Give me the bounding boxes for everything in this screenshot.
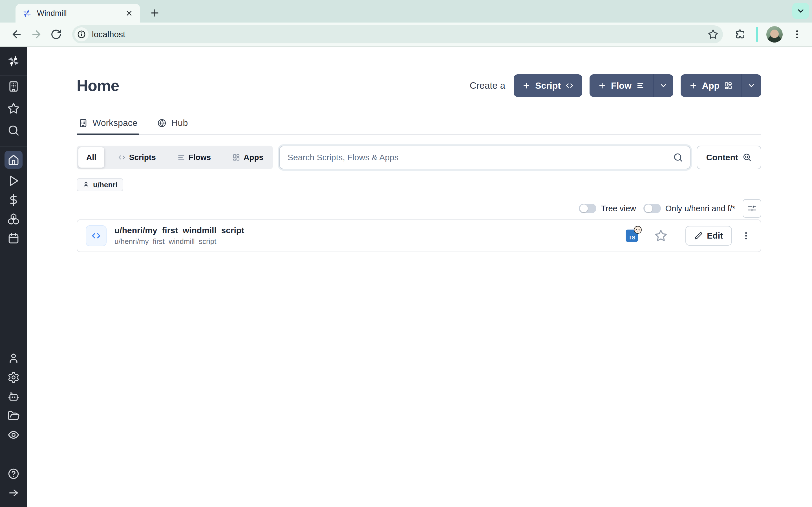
page-header: Home Create a Script Flow	[77, 74, 761, 97]
content-search-button[interactable]: Content	[697, 146, 761, 169]
building-icon	[79, 118, 88, 128]
create-script-button[interactable]: Script	[514, 74, 582, 97]
extensions-puzzle-icon[interactable]	[732, 26, 748, 42]
profile-avatar[interactable]	[766, 26, 783, 43]
sliders-icon	[747, 204, 757, 213]
address-bar[interactable]: localhost	[72, 25, 723, 43]
content-label: Content	[706, 153, 738, 162]
sidebar-item-favorites[interactable]	[0, 98, 27, 119]
sidebar-item-expand[interactable]	[0, 483, 27, 503]
create-flow-button[interactable]: Flow	[590, 74, 653, 97]
favorite-star-icon[interactable]	[654, 229, 667, 242]
bookmark-star-icon[interactable]	[706, 27, 720, 41]
script-code-icon	[86, 225, 107, 246]
tab-strip: Windmill	[0, 0, 812, 22]
filter-apps-label: Apps	[244, 153, 263, 162]
create-app-more-button[interactable]	[741, 74, 761, 97]
back-icon[interactable]	[8, 25, 26, 43]
sidebar-group-footer	[0, 464, 27, 503]
layout-dashboard-icon	[724, 81, 732, 90]
chevron-down-icon	[747, 81, 756, 90]
create-app-label: App	[702, 80, 719, 91]
create-app-split-button: App	[680, 74, 761, 97]
new-tab-icon[interactable]	[148, 6, 161, 20]
user-icon	[82, 181, 90, 188]
sidebar-item-workers[interactable]	[0, 387, 27, 406]
item-actions: TS Edit	[626, 226, 752, 245]
browser-chrome: Windmill localhost	[0, 0, 812, 47]
sidebar-item-audit-logs[interactable]	[0, 425, 27, 445]
item-menu-icon[interactable]	[740, 230, 752, 242]
app-sidebar	[0, 47, 27, 507]
list-item[interactable]: u/henri/my_first_windmill_script u/henri…	[77, 220, 761, 251]
display-settings-button[interactable]	[743, 199, 761, 218]
item-text: u/henri/my_first_windmill_script u/henri…	[114, 226, 626, 246]
windmill-favicon-icon	[22, 8, 32, 18]
sidebar-item-schedules[interactable]	[0, 229, 27, 248]
filter-scripts-label: Scripts	[129, 153, 156, 162]
sidebar-item-home[interactable]	[0, 148, 27, 171]
plus-icon	[598, 81, 606, 90]
filter-all[interactable]: All	[79, 147, 104, 168]
search-code-icon	[743, 153, 752, 162]
create-actions: Create a Script Flow	[470, 74, 761, 97]
close-tab-icon[interactable]	[124, 8, 134, 18]
filter-flows[interactable]: Flows	[169, 147, 219, 168]
plus-icon	[522, 81, 530, 90]
page-title: Home	[77, 76, 119, 95]
item-path: u/henri/my_first_windmill_script	[114, 237, 626, 246]
only-owner-toggle-group: Only u/henri and f/*	[644, 204, 735, 213]
sidebar-item-workspace-switcher[interactable]	[0, 75, 27, 98]
home-icon	[4, 151, 22, 169]
tree-view-label: Tree view	[601, 204, 636, 213]
toolbar-divider	[756, 27, 758, 42]
forward-icon[interactable]	[28, 25, 45, 43]
windmill-logo-icon[interactable]	[6, 54, 20, 68]
filter-apps[interactable]: Apps	[224, 147, 271, 168]
create-flow-more-button[interactable]	[653, 74, 673, 97]
create-flow-split-button: Flow	[590, 74, 673, 97]
typescript-badge-label: TS	[628, 235, 635, 241]
site-info-icon[interactable]	[74, 27, 89, 41]
browser-tab[interactable]: Windmill	[15, 4, 140, 22]
tab-hub[interactable]: Hub	[155, 118, 190, 134]
sidebar-group-admin	[0, 349, 27, 445]
type-filter: All Scripts Flows Apps	[77, 146, 273, 169]
browser-menu-icon[interactable]	[790, 27, 804, 41]
edit-button[interactable]: Edit	[686, 226, 732, 245]
filter-scripts[interactable]: Scripts	[110, 147, 164, 168]
only-owner-label: Only u/henri and f/*	[665, 204, 735, 213]
sidebar-item-runs[interactable]	[0, 171, 27, 190]
sidebar-item-search[interactable]	[0, 119, 27, 142]
owner-badge[interactable]: u/henri	[77, 178, 123, 191]
owner-badge-label: u/henri	[93, 180, 117, 189]
browser-toolbar: localhost	[0, 22, 812, 47]
sidebar-group-main	[0, 148, 27, 248]
main-content: Home Create a Script Flow	[27, 47, 812, 507]
reload-icon[interactable]	[47, 25, 65, 43]
sidebar-item-folders[interactable]	[0, 406, 27, 425]
item-title: u/henri/my_first_windmill_script	[114, 226, 626, 235]
url-text: localhost	[92, 30, 705, 39]
filter-flows-label: Flows	[189, 153, 211, 162]
create-flow-label: Flow	[611, 80, 631, 91]
search-input[interactable]	[279, 146, 691, 169]
sidebar-item-users[interactable]	[0, 349, 27, 368]
code-icon	[565, 81, 574, 90]
flow-bars-icon	[636, 81, 645, 90]
only-owner-toggle[interactable]	[644, 204, 661, 213]
sidebar-item-settings[interactable]	[0, 368, 27, 387]
sidebar-item-help[interactable]	[0, 464, 27, 483]
window-chevron-icon[interactable]	[792, 3, 809, 19]
typescript-badge: TS	[626, 230, 638, 242]
tree-view-toggle[interactable]	[579, 204, 596, 213]
sidebar-item-resources[interactable]	[0, 210, 27, 229]
plus-icon	[689, 81, 698, 90]
create-app-button[interactable]: App	[680, 74, 741, 97]
sidebar-divider	[0, 146, 27, 147]
flow-bars-icon	[177, 154, 185, 161]
chevron-down-icon	[659, 81, 668, 90]
sidebar-group-top	[0, 75, 27, 142]
sidebar-item-variables[interactable]	[0, 190, 27, 210]
tab-workspace[interactable]: Workspace	[77, 118, 139, 134]
